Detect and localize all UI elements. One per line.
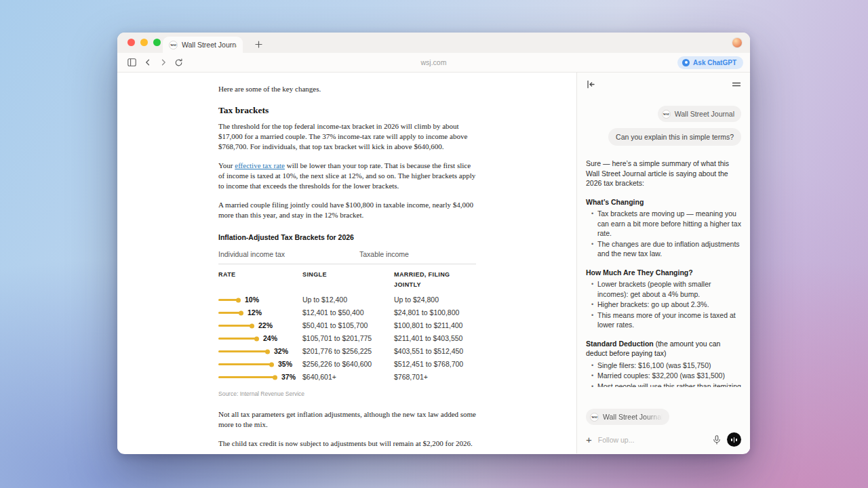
chat-bullet: Lower brackets (people with smaller inco…: [591, 279, 741, 299]
rate-bar: [218, 350, 268, 352]
ask-chatgpt-button[interactable]: Ask ChatGPT: [677, 56, 743, 69]
back-button[interactable]: [140, 55, 155, 70]
chat-menu-button[interactable]: [732, 81, 741, 88]
close-window-button[interactable]: [127, 39, 135, 46]
microphone-icon: [713, 435, 721, 445]
url-display: wsj.com: [117, 58, 750, 66]
user-message-bubble: Can you explain this in simple terms?: [608, 128, 741, 146]
assistant-intro: Sure — here’s a simple summary of what t…: [586, 159, 741, 188]
chatgpt-icon: [682, 59, 690, 66]
sidebar-toggle-button[interactable]: [124, 55, 140, 70]
column-header-married: MARRIED, FILING JOINTLY: [394, 270, 476, 290]
table-row: 35%$256,226 to $640,600$512,451 to $768,…: [218, 358, 476, 371]
rate-label: 37%: [281, 372, 296, 382]
rate-bar: [218, 299, 239, 301]
rate-bar: [218, 312, 241, 314]
voice-mode-button[interactable]: [727, 432, 741, 447]
rate-label: 10%: [245, 295, 259, 305]
article-paragraph: Not all tax parameters get inflation adj…: [218, 409, 476, 430]
browser-toolbar: wsj.com Ask ChatGPT: [117, 53, 750, 73]
married-range: $403,551 to $512,450: [394, 346, 476, 357]
chat-bullet: The changes are due to inflation adjustm…: [591, 239, 741, 259]
wsj-favicon-icon: WSJ: [590, 413, 599, 422]
married-range: $100,801 to $211,400: [394, 321, 476, 331]
zoom-window-button[interactable]: [153, 39, 161, 46]
attach-button[interactable]: +: [586, 434, 592, 445]
chart-source: Source: Internal Revenue Service: [218, 389, 476, 399]
chart-column-headers: RATE SINGLE MARRIED, FILING JOINTLY: [218, 270, 476, 290]
window-controls: [127, 39, 161, 46]
mic-button[interactable]: [713, 435, 721, 445]
article-pane: Here are some of the key changes. Tax br…: [117, 73, 576, 453]
article-paragraph: Your effective tax rate will be lower th…: [218, 161, 476, 191]
chart-group-headers: Individual income tax Taxable income: [218, 249, 476, 264]
source-chip-row: WSJ Wall Street Journal: [586, 106, 741, 122]
single-range: $201,776 to $256,225: [302, 346, 394, 357]
married-range: Up to $24,800: [394, 295, 476, 305]
paragraph-text: Your: [218, 161, 235, 169]
window-content: Here are some of the key changes. Tax br…: [117, 73, 750, 453]
sidebar-icon: [127, 58, 136, 66]
chat-bullet: Higher brackets: go up about 2.3%.: [591, 300, 741, 310]
married-range: $211,401 to $403,550: [394, 333, 476, 344]
article-paragraph: A married couple filing jointly could ha…: [218, 200, 476, 220]
context-chip[interactable]: WSJ Wall Street Journal: [586, 409, 669, 425]
rate-bar: [218, 338, 257, 340]
chat-sections: What’s ChangingTax brackets are moving u…: [586, 197, 741, 388]
chatgpt-sidebar: WSJ Wall Street Journal Can you explain …: [576, 73, 750, 453]
tab-title: Wall Street Journal: [182, 41, 237, 49]
follow-up-input[interactable]: [598, 436, 707, 444]
rate-bar: [218, 376, 275, 378]
waveform-icon: [731, 439, 732, 441]
single-range: $640,601+: [302, 372, 394, 382]
profile-avatar[interactable]: [732, 38, 742, 47]
reload-button[interactable]: [171, 55, 186, 70]
chat-bullet: Married couples: $32,200 (was $31,500): [591, 371, 741, 381]
single-range: $105,701 to $201,775: [302, 333, 394, 344]
table-row: 37%$640,601+$768,701+: [218, 371, 476, 384]
source-chip[interactable]: WSJ Wall Street Journal: [658, 106, 741, 122]
tab-bar: WSJ Wall Street Journal: [117, 33, 750, 53]
article-column: Here are some of the key changes. Tax br…: [218, 84, 476, 453]
chat-messages[interactable]: WSJ Wall Street Journal Can you explain …: [577, 89, 750, 387]
new-tab-button[interactable]: [252, 37, 265, 51]
forward-button[interactable]: [155, 55, 171, 70]
wsj-favicon-icon: WSJ: [662, 110, 671, 119]
single-range: $256,226 to $640,600: [302, 359, 394, 369]
tax-table-body: 10%Up to $12,400Up to $24,80012%$12,401 …: [218, 293, 476, 384]
browser-window: WSJ Wall Street Journal wsj.com Ask Chat…: [117, 33, 750, 454]
married-range: $768,701+: [394, 372, 476, 382]
chat-header: [577, 73, 750, 89]
group-header-individual: Individual income tax: [218, 249, 359, 260]
table-row: 10%Up to $12,400Up to $24,800: [218, 293, 476, 306]
single-range: $12,401 to $50,400: [302, 308, 394, 318]
reload-icon: [174, 58, 183, 67]
effective-tax-rate-link[interactable]: effective tax rate: [235, 161, 285, 169]
rate-label: 22%: [258, 321, 273, 331]
chat-bullet: Most people will use this rather than it…: [591, 382, 741, 388]
rate-label: 12%: [248, 308, 262, 318]
article-paragraph: The threshold for the top federal income…: [218, 121, 476, 152]
minimize-window-button[interactable]: [140, 39, 148, 46]
collapse-sidebar-button[interactable]: [586, 80, 595, 89]
chat-section: What’s ChangingTax brackets are moving u…: [586, 197, 741, 259]
tab-wall-street-journal[interactable]: WSJ Wall Street Journal: [163, 37, 243, 53]
chat-bullet: This means more of your income is taxed …: [591, 310, 741, 330]
chat-bottom-bar: WSJ Wall Street Journal +: [577, 391, 750, 453]
rate-label: 24%: [263, 333, 277, 344]
table-row: 22%$50,401 to $105,700$100,801 to $211,4…: [218, 319, 476, 332]
rate-bar: [218, 325, 252, 327]
chat-bullet: Single filers: $16,100 (was $15,750): [591, 361, 741, 371]
married-range: $512,451 to $768,700: [394, 359, 476, 369]
rate-bar: [218, 363, 272, 365]
chat-bullet-list: Tax brackets are moving up — meaning you…: [586, 209, 741, 259]
married-range: $24,801 to $100,800: [394, 308, 476, 318]
table-row: 12%$12,401 to $50,400$24,801 to $100,800: [218, 306, 476, 319]
chat-section: How Much Are They Changing?Lower bracket…: [586, 268, 741, 330]
chat-section-heading: What’s Changing: [586, 197, 741, 207]
single-range: Up to $12,400: [302, 295, 394, 305]
chat-bullet-list: Single filers: $16,100 (was $15,750)Marr…: [586, 361, 741, 388]
chat-section: Standard Deduction (the amount you can d…: [586, 339, 741, 388]
single-range: $50,401 to $105,700: [302, 321, 394, 331]
source-chip-label: Wall Street Journal: [675, 110, 734, 118]
